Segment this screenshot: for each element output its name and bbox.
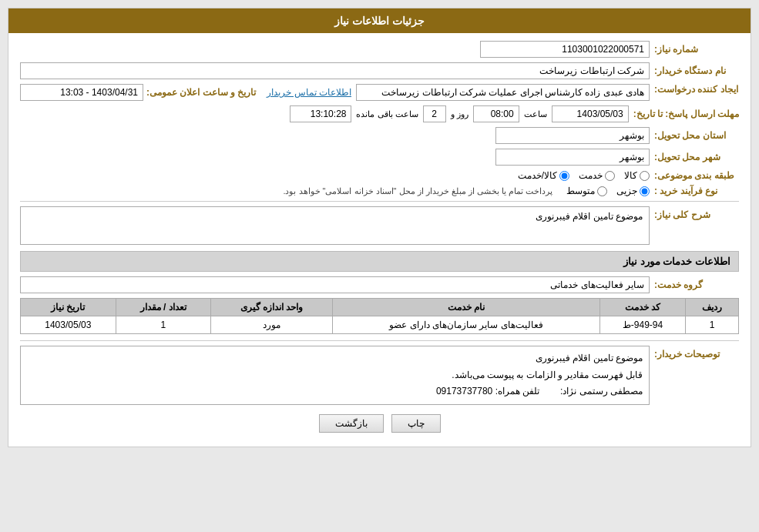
etelaat-link[interactable]: اطلاعات تماس خریدار <box>267 87 351 98</box>
radio-kala-label: کالا <box>624 170 637 181</box>
noefarayand-label: نوع فرآیند خرید : <box>654 186 739 196</box>
radio-kala-khedmat[interactable] <box>559 171 569 181</box>
ostan-label: استان محل تحویل: <box>654 130 739 141</box>
tarikh-ilan-label: تاریخ و ساعت اعلان عمومی: <box>146 87 256 98</box>
mohlat-label: مهلت ارسال پاسخ: تا تاریخ: <box>633 109 739 119</box>
tosif-line1: موضوع تامین اقلام فیبرنوری <box>536 353 643 363</box>
sharh-label: شرح کلی نیاز: <box>654 209 739 220</box>
mohlat-saat: 08:00 <box>473 105 519 122</box>
namDastgah-value: شرکت ارتباطات زیرساخت <box>20 62 650 79</box>
radio-motawaset[interactable] <box>597 186 607 196</box>
farayan-desc: پرداخت تمام یا بخشی از مبلغ خریدار از مح… <box>283 186 552 196</box>
baghimande-value: 13:10:28 <box>290 105 351 122</box>
tosif-phone: 09173737780 <box>436 386 492 396</box>
tosif-phone-label: تلفن همراه: <box>495 386 540 396</box>
tabaghe-radio-group: کالا خدمت کالا/خدمت <box>518 170 650 181</box>
shahr-value: بوشهر <box>495 149 650 166</box>
cell-vahed: مورد <box>211 316 333 334</box>
radio-khedmat[interactable] <box>605 171 615 181</box>
radio-jozei[interactable] <box>640 186 650 196</box>
button-row: چاپ بازگشت <box>20 414 739 439</box>
col-tarikh: تاریخ نیاز <box>21 299 116 316</box>
grohe-khedmat-label: گروه خدمت: <box>654 279 739 290</box>
roz-value: 2 <box>423 105 446 122</box>
cell-tedaad: 1 <box>116 316 210 334</box>
page-header: جزئیات اطلاعات نیاز <box>8 8 751 33</box>
radio-khedmat-label: خدمت <box>579 170 603 181</box>
tarikh-ilan-value: 1403/04/31 - 13:03 <box>20 84 143 101</box>
radio-motawaset-item[interactable]: متوسط <box>566 186 607 196</box>
ijadKonande-value: هادی عبدی زاده کارشناس اجرای عملیات شرکت… <box>356 84 650 101</box>
noefarayand-radio-group: جزیی متوسط <box>566 186 650 196</box>
shomareNiaz-value: 1103001022000571 <box>480 41 650 58</box>
radio-kala-item[interactable]: کالا <box>624 170 650 181</box>
tosif-line2: قابل فهرست مقادیر و الزامات به پیوست می‌… <box>452 370 643 380</box>
table-row: 1 949-94-ط فعالیت‌های سایر سازمان‌های دا… <box>21 316 739 334</box>
radio-kala-khedmat-label: کالا/خدمت <box>518 170 557 181</box>
radio-jozei-label: جزیی <box>616 186 637 196</box>
tabaghe-label: طبقه بندی موضوعی: <box>654 170 739 181</box>
bazgasht-button[interactable]: بازگشت <box>319 414 384 433</box>
col-radif: ردیف <box>686 299 739 316</box>
tosif-name: مصطفی رستمی نژاد: <box>560 386 643 396</box>
ostan-value: بوشهر <box>495 127 650 144</box>
radio-kala-khedmat-item[interactable]: کالا/خدمت <box>518 170 569 181</box>
saat-label: ساعت <box>524 109 547 119</box>
radio-kala[interactable] <box>640 171 650 181</box>
cell-kod: 949-94-ط <box>599 316 685 334</box>
roz-label: روز و <box>451 109 468 119</box>
services-table: ردیف کد خدمت نام خدمت واحد اندازه گیری ت… <box>20 298 739 334</box>
col-nam: نام خدمت <box>333 299 600 316</box>
radio-jozei-item[interactable]: جزیی <box>616 186 650 196</box>
cell-tarikh: 1403/05/03 <box>21 316 116 334</box>
radio-motawaset-label: متوسط <box>566 186 595 196</box>
grohe-khedmat-value: سایر فعالیت‌های خدماتی <box>20 276 650 293</box>
shahr-label: شهر محل تحویل: <box>654 152 739 162</box>
namDastgah-label: نام دستگاه خریدار: <box>654 65 739 76</box>
col-kod: کد خدمت <box>599 299 685 316</box>
khadamat-header: اطلاعات خدمات مورد نیاز <box>20 251 739 272</box>
tosif-box: موضوع تامین اقلام فیبرنوری قابل فهرست مق… <box>20 346 650 405</box>
cell-radif: 1 <box>686 316 739 334</box>
sharh-value: موضوع تامین اقلام فیبرنوری <box>20 206 650 245</box>
baghimande-label: ساعت باقی مانده <box>356 109 418 119</box>
radio-khedmat-item[interactable]: خدمت <box>579 170 615 181</box>
mohlat-date: 1403/05/03 <box>552 105 629 122</box>
col-tedaad: تعداد / مقدار <box>116 299 210 316</box>
tosif-label: توصیحات خریدار: <box>654 349 739 360</box>
shomareNiaz-label: شماره نیاز: <box>654 44 739 55</box>
cell-nam: فعالیت‌های سایر سازمان‌های دارای عضو <box>333 316 600 334</box>
ijadKonande-label: ایجاد کننده درخواست: <box>654 84 739 95</box>
col-vahed: واحد اندازه گیری <box>211 299 333 316</box>
page-title: جزئیات اطلاعات نیاز <box>334 15 425 27</box>
chap-button[interactable]: چاپ <box>391 414 441 433</box>
